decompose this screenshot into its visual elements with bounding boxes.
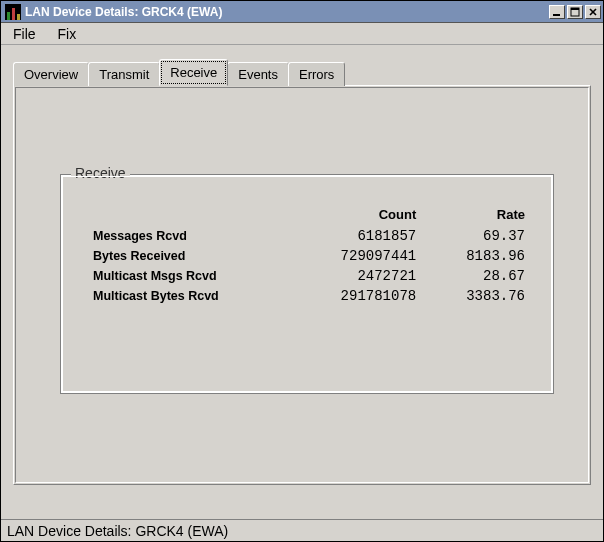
row-rate: 28.67 <box>424 266 533 286</box>
tab-overview[interactable]: Overview <box>13 62 89 86</box>
window-controls <box>549 5 601 19</box>
header-rate: Rate <box>424 203 533 226</box>
table-row: Multicast Bytes Rcvd 291781078 3383.76 <box>85 286 533 306</box>
row-count: 2472721 <box>291 266 424 286</box>
app-icon <box>5 4 21 20</box>
tab-transmit[interactable]: Transmit <box>88 62 160 86</box>
tab-panel: Receive Count Rate Messages Rcv <box>13 85 591 485</box>
menu-file[interactable]: File <box>7 24 42 44</box>
status-bar: LAN Device Details: GRCK4 (EWA) <box>1 519 603 541</box>
row-label: Bytes Received <box>85 246 291 266</box>
stats-table: Count Rate Messages Rcvd 6181857 69.37 <box>85 203 533 306</box>
table-header-row: Count Rate <box>85 203 533 226</box>
stats-area: Count Rate Messages Rcvd 6181857 69.37 <box>85 203 533 306</box>
tab-receive[interactable]: Receive <box>159 59 228 86</box>
tab-strip: Overview Transmit Receive Events Errors <box>13 59 591 85</box>
header-label <box>85 203 291 226</box>
group-legend: Receive <box>71 165 130 181</box>
row-count: 291781078 <box>291 286 424 306</box>
window-title: LAN Device Details: GRCK4 (EWA) <box>25 5 549 19</box>
table-row: Multicast Msgs Rcvd 2472721 28.67 <box>85 266 533 286</box>
client-area: Overview Transmit Receive Events Errors … <box>1 45 603 519</box>
menu-bar: File Fix <box>1 23 603 45</box>
row-rate: 69.37 <box>424 226 533 246</box>
row-label: Messages Rcvd <box>85 226 291 246</box>
table-row: Bytes Received 729097441 8183.96 <box>85 246 533 266</box>
close-button[interactable] <box>585 5 601 19</box>
header-count: Count <box>291 203 424 226</box>
receive-group: Receive Count Rate Messages Rcv <box>60 174 554 394</box>
menu-fix[interactable]: Fix <box>52 24 83 44</box>
title-bar: LAN Device Details: GRCK4 (EWA) <box>1 1 603 23</box>
tab-errors[interactable]: Errors <box>288 62 345 86</box>
row-rate: 3383.76 <box>424 286 533 306</box>
minimize-button[interactable] <box>549 5 565 19</box>
tab-events[interactable]: Events <box>227 62 289 86</box>
row-label: Multicast Bytes Rcvd <box>85 286 291 306</box>
table-row: Messages Rcvd 6181857 69.37 <box>85 226 533 246</box>
row-rate: 8183.96 <box>424 246 533 266</box>
row-count: 6181857 <box>291 226 424 246</box>
panel-inner: Receive Count Rate Messages Rcv <box>15 87 589 483</box>
maximize-button[interactable] <box>567 5 583 19</box>
row-count: 729097441 <box>291 246 424 266</box>
status-text: LAN Device Details: GRCK4 (EWA) <box>7 523 228 539</box>
row-label: Multicast Msgs Rcvd <box>85 266 291 286</box>
